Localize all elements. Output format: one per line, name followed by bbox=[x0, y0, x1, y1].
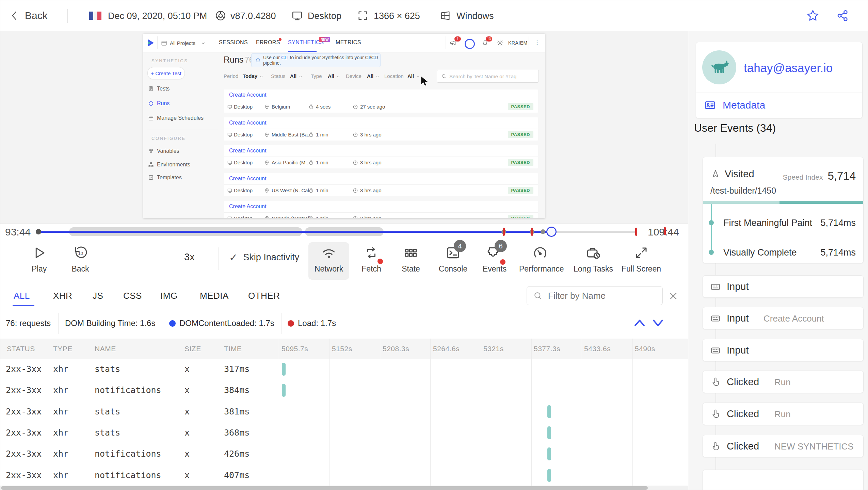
close-panel-icon[interactable] bbox=[668, 291, 678, 301]
req-status: 2xx-3xx bbox=[6, 449, 42, 459]
duration-stopwatch-icon bbox=[308, 160, 314, 165]
network-panel: ALL XHR JS CSS IMG MEDIA OTHER 76: reque… bbox=[0, 283, 688, 488]
tab-js[interactable]: JS bbox=[93, 291, 103, 301]
keyboard-icon bbox=[710, 282, 721, 292]
sidebar-section-configure: CONFIGURE bbox=[151, 136, 186, 141]
duration-stopwatch-icon bbox=[308, 132, 314, 137]
network-request-row[interactable]: 2xx-3xx xhr stats x 381ms bbox=[0, 401, 688, 422]
nav-divider bbox=[446, 36, 446, 49]
sidebar-item-variables: Variables bbox=[157, 148, 179, 154]
expand-down-icon[interactable] bbox=[650, 317, 665, 329]
collapse-up-icon[interactable] bbox=[632, 317, 647, 329]
create-test-button: + Create Test bbox=[147, 67, 185, 79]
event-card-input[interactable]: Input bbox=[703, 275, 864, 298]
cli-info-banner: Use our CLI to include your Synthetics i… bbox=[251, 53, 381, 67]
performance-tool-button[interactable]: Performance bbox=[519, 244, 561, 274]
error-marker-tick[interactable] bbox=[664, 227, 666, 235]
error-marker-tick[interactable] bbox=[503, 228, 505, 236]
tab-other[interactable]: OTHER bbox=[248, 291, 280, 301]
req-name: stats bbox=[95, 428, 120, 438]
run-name-link: Create Account bbox=[229, 176, 266, 182]
tab-img[interactable]: IMG bbox=[160, 291, 178, 301]
tab-css[interactable]: CSS bbox=[123, 291, 142, 301]
long-tasks-tool-button[interactable]: Long Tasks bbox=[572, 244, 614, 274]
nav-divider bbox=[157, 36, 158, 49]
back-button[interactable]: Back bbox=[10, 10, 48, 21]
player-controls-section: 93:44 109:44 Play 10 Back 3x ✓ bbox=[0, 223, 688, 283]
speed-index-label: Speed Index bbox=[783, 173, 823, 181]
run-status-badge: PASSED bbox=[508, 187, 534, 194]
tab-all[interactable]: ALL bbox=[14, 291, 30, 301]
console-tool-button[interactable]: Console bbox=[432, 244, 474, 274]
network-request-row[interactable]: 2xx-3xx xhr stats x 368ms bbox=[0, 422, 688, 443]
run-details-row: Desktop Belgium 4 secs 27 sec ago PASSED bbox=[224, 101, 538, 113]
req-name: notifications bbox=[95, 470, 161, 480]
event-card-clicked[interactable]: Clicked Run bbox=[703, 371, 864, 393]
playback-speed-button[interactable]: 3x bbox=[184, 251, 195, 263]
tab-media[interactable]: MEDIA bbox=[200, 291, 229, 301]
event-card-input[interactable]: Input Create Account bbox=[703, 307, 864, 329]
screen-resolution: 1366 × 625 bbox=[374, 11, 420, 21]
tests-icon bbox=[148, 86, 154, 92]
run-status-badge: PASSED bbox=[508, 159, 534, 166]
tab-xhr[interactable]: XHR bbox=[53, 291, 72, 301]
sidebar-item-tests: Tests bbox=[157, 86, 170, 92]
location-pin-icon bbox=[264, 188, 270, 193]
col-name: NAME bbox=[95, 345, 116, 353]
filter-by-name-input[interactable] bbox=[547, 290, 662, 301]
timeline-remaining-bar[interactable] bbox=[551, 231, 637, 233]
network-request-row[interactable]: 2xx-3xx xhr stats x 317ms bbox=[0, 359, 688, 380]
network-request-row[interactable]: 2xx-3xx xhr notifications x 426ms bbox=[0, 443, 688, 464]
req-status: 2xx-3xx bbox=[6, 385, 42, 395]
network-request-row[interactable]: 2xx-3xx xhr notifications x 407ms bbox=[0, 465, 688, 486]
app-logo-icon bbox=[146, 38, 155, 47]
req-type: xhr bbox=[53, 364, 68, 374]
req-status: 2xx-3xx bbox=[6, 364, 42, 374]
performance-gauge-icon bbox=[533, 245, 548, 260]
req-name: notifications bbox=[95, 449, 161, 459]
run-time-ago: 27 sec ago bbox=[360, 104, 385, 110]
schedules-icon bbox=[148, 115, 154, 121]
event-card-partial[interactable] bbox=[703, 470, 864, 490]
event-card-clicked[interactable]: Clicked Run bbox=[703, 403, 864, 425]
speed-index-group: Speed Index 5,714 bbox=[783, 169, 856, 182]
fetch-tool-button[interactable]: Fetch bbox=[350, 244, 392, 274]
request-timing-bar bbox=[547, 447, 551, 460]
metadata-button[interactable]: Metadata bbox=[704, 99, 765, 111]
full-screen-button[interactable]: Full Screen bbox=[620, 244, 662, 274]
card-divider bbox=[696, 93, 862, 93]
chevron-down-icon bbox=[336, 74, 341, 79]
console-count-badge: 4 bbox=[454, 240, 466, 252]
error-marker-tick[interactable] bbox=[635, 228, 637, 236]
event-marker-dot[interactable] bbox=[541, 229, 545, 234]
timeline-total-time: 109:44 bbox=[648, 226, 679, 238]
network-tool-button[interactable]: Network bbox=[308, 244, 350, 274]
timeline-progress-bar[interactable] bbox=[38, 231, 551, 233]
req-time: 317ms bbox=[224, 364, 250, 374]
back-10s-button[interactable]: 10 Back bbox=[59, 244, 101, 274]
play-button[interactable]: Play bbox=[18, 244, 60, 274]
scrollbar-thumb[interactable] bbox=[1, 486, 648, 490]
timeline-scrubber-handle[interactable] bbox=[546, 227, 557, 237]
keyboard-icon bbox=[710, 345, 721, 356]
event-card-clicked[interactable]: Clicked NEW SYNTHETICS bbox=[703, 435, 864, 457]
timeline-current-time: 93:44 bbox=[5, 226, 31, 238]
skip-inactivity-toggle[interactable]: ✓ Skip Inactivity bbox=[229, 251, 299, 263]
location-pin-icon bbox=[264, 160, 270, 165]
new-badge: NEW bbox=[319, 37, 330, 42]
error-marker-tick[interactable] bbox=[531, 228, 533, 236]
network-request-row[interactable]: 2xx-3xx xhr notifications x 384ms bbox=[0, 380, 688, 401]
share-icon[interactable] bbox=[836, 9, 849, 22]
favorite-star-icon[interactable] bbox=[806, 9, 819, 22]
visited-event-card[interactable]: Visited Speed Index 5,714 /test-builder/… bbox=[703, 157, 864, 263]
req-size: x bbox=[184, 470, 190, 480]
long-tasks-briefcase-icon bbox=[586, 245, 601, 260]
nav-divider bbox=[505, 36, 505, 49]
events-tool-button[interactable]: Events bbox=[473, 244, 516, 274]
user-info-card: tahay@asayer.io Metadata bbox=[696, 42, 863, 118]
user-email-link[interactable]: tahay@asayer.io bbox=[744, 61, 833, 75]
filter-status-label: Status bbox=[271, 73, 286, 79]
user-avatar bbox=[702, 50, 736, 84]
state-tool-button[interactable]: State bbox=[390, 244, 432, 274]
event-card-input[interactable]: Input bbox=[703, 339, 864, 361]
